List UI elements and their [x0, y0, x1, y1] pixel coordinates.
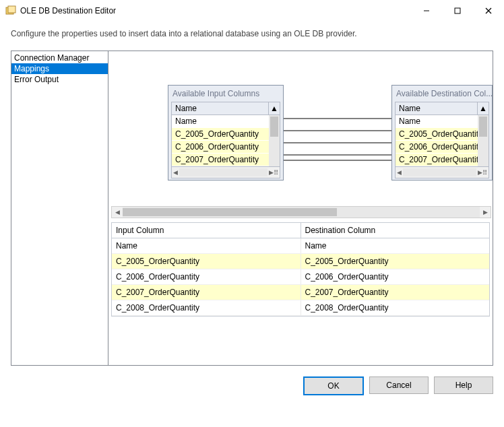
- vertical-scrollbar[interactable]: [269, 115, 280, 166]
- sidebar-item-mappings[interactable]: Mappings: [11, 63, 108, 74]
- vertical-scrollbar[interactable]: [478, 115, 489, 166]
- sidebar: Connection ManagerMappingsError Output: [11, 51, 108, 366]
- list-item[interactable]: Name: [396, 115, 489, 128]
- dest-box-header[interactable]: Name ▲: [395, 102, 489, 115]
- sidebar-item-connection-manager[interactable]: Connection Manager: [11, 53, 108, 63]
- list-item[interactable]: C_2006_OrderQuantity: [396, 141, 489, 154]
- list-item[interactable]: C_2005_OrderQuantity: [172, 128, 280, 141]
- input-rows[interactable]: NameC_2005_OrderQuantityC_2006_OrderQuan…: [171, 115, 280, 167]
- table-row[interactable]: NameName: [112, 238, 489, 254]
- close-button[interactable]: [473, 0, 504, 22]
- maximize-button[interactable]: [442, 0, 473, 22]
- grid-header-input[interactable]: Input Column: [112, 223, 301, 238]
- cell-input-column[interactable]: C_2005_OrderQuantity: [112, 254, 301, 269]
- available-destination-columns: Available Destination Col... Name ▲ Name…: [391, 85, 493, 180]
- help-button[interactable]: Help: [434, 376, 493, 394]
- sort-asc-icon[interactable]: ▲: [269, 102, 280, 114]
- scroll-left-icon[interactable]: ◀: [173, 169, 178, 176]
- cell-input-column[interactable]: C_2006_OrderQuantity: [112, 269, 301, 284]
- cell-destination-column[interactable]: C_2008_OrderQuantity: [301, 300, 490, 315]
- horizontal-scrollbar[interactable]: ◀ ▶ ⠿: [171, 167, 280, 178]
- table-row[interactable]: C_2007_OrderQuantityC_2007_OrderQuantity: [112, 285, 489, 300]
- dest-rows[interactable]: NameC_2005_OrderQuantityC_2006_OrderQuan…: [395, 115, 489, 167]
- available-input-columns: Available Input Columns Name ▲ NameC_200…: [168, 85, 284, 180]
- scroll-right-icon[interactable]: ▶: [269, 169, 274, 176]
- titlebar: OLE DB Destination Editor: [0, 0, 504, 22]
- scroll-left-icon[interactable]: ◀: [112, 209, 123, 216]
- cell-input-column[interactable]: Name: [112, 238, 301, 253]
- cell-destination-column[interactable]: C_2005_OrderQuantity: [301, 254, 490, 269]
- cell-destination-column[interactable]: C_2006_OrderQuantity: [301, 269, 490, 284]
- table-row[interactable]: C_2008_OrderQuantityC_2008_OrderQuantity: [112, 300, 489, 316]
- resize-grip-icon[interactable]: ⠿: [482, 169, 487, 176]
- cell-input-column[interactable]: C_2007_OrderQuantity: [112, 285, 301, 300]
- window-title: OLE DB Destination Editor: [20, 6, 116, 15]
- cell-destination-column[interactable]: C_2007_OrderQuantity: [301, 285, 490, 300]
- app-icon: [5, 5, 16, 16]
- scroll-left-icon[interactable]: ◀: [397, 169, 402, 176]
- ok-button[interactable]: OK: [303, 376, 364, 395]
- input-box-title: Available Input Columns: [168, 86, 283, 102]
- minimize-button[interactable]: [411, 0, 442, 22]
- list-item[interactable]: C_2007_OrderQuantity: [396, 154, 489, 166]
- cell-input-column[interactable]: C_2008_OrderQuantity: [112, 300, 301, 315]
- list-item[interactable]: C_2005_OrderQuantity: [396, 128, 489, 141]
- svg-rect-1: [8, 6, 15, 13]
- input-box-header[interactable]: Name ▲: [171, 102, 280, 115]
- sidebar-item-error-output[interactable]: Error Output: [11, 74, 108, 85]
- mapping-grid: Input Column Destination Column NameName…: [111, 222, 490, 317]
- grid-rows: NameNameC_2005_OrderQuantityC_2005_Order…: [112, 238, 489, 316]
- scroll-right-icon[interactable]: ▶: [478, 169, 482, 176]
- table-row[interactable]: C_2005_OrderQuantityC_2005_OrderQuantity: [112, 254, 489, 269]
- description-text: Configure the properties used to insert …: [0, 22, 504, 51]
- cell-destination-column[interactable]: Name: [301, 238, 490, 253]
- scroll-right-icon[interactable]: ▶: [480, 209, 491, 216]
- horizontal-scrollbar[interactable]: ◀ ▶ ⠿: [395, 167, 489, 178]
- window-controls: [411, 0, 504, 22]
- grid-header-destination[interactable]: Destination Column: [301, 223, 490, 238]
- list-item[interactable]: C_2006_OrderQuantity: [172, 141, 280, 154]
- dest-box-title: Available Destination Col...: [392, 86, 492, 102]
- mapping-diagram: Available Input Columns Name ▲ NameC_200…: [108, 85, 493, 206]
- list-item[interactable]: Name: [172, 115, 280, 128]
- table-row[interactable]: C_2006_OrderQuantityC_2006_OrderQuantity: [112, 269, 489, 285]
- svg-rect-3: [455, 8, 460, 13]
- grid-header: Input Column Destination Column: [112, 223, 489, 238]
- diagram-scrollbar[interactable]: ◀ ▶: [111, 206, 491, 218]
- list-item[interactable]: C_2007_OrderQuantity: [172, 154, 280, 166]
- dialog-buttons: OK Cancel Help: [0, 366, 504, 395]
- resize-grip-icon[interactable]: ⠿: [274, 169, 278, 176]
- mappings-panel: Available Input Columns Name ▲ NameC_200…: [108, 51, 493, 366]
- sort-asc-icon[interactable]: ▲: [478, 102, 489, 114]
- cancel-button[interactable]: Cancel: [369, 376, 429, 394]
